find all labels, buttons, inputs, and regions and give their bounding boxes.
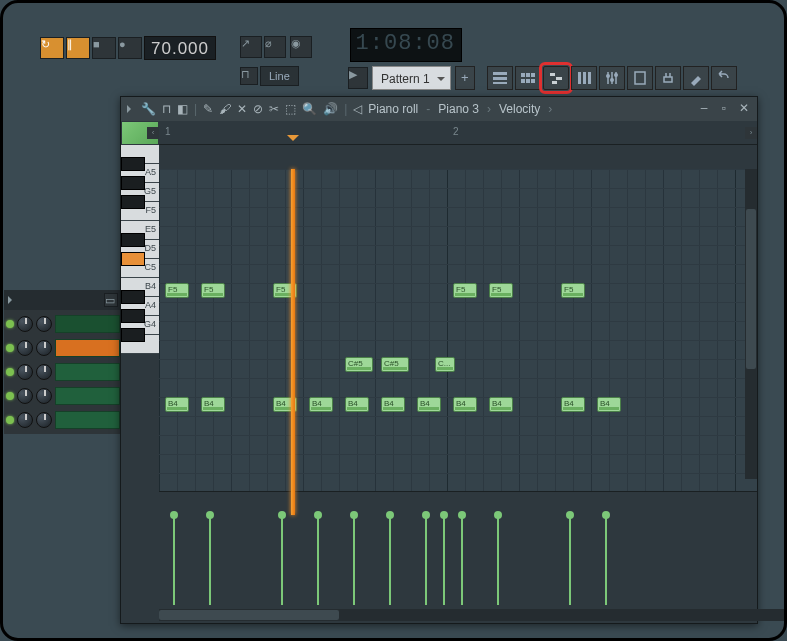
pattern-play-button[interactable]: ▶	[348, 67, 368, 89]
midi-note[interactable]: F5	[165, 283, 189, 298]
folder-icon[interactable]: ▭	[104, 293, 118, 307]
midi-note[interactable]: B4	[489, 397, 513, 412]
midi-note[interactable]: B4	[309, 397, 333, 412]
speaker-icon[interactable]: ◁	[353, 102, 362, 116]
midi-note[interactable]: F5	[453, 283, 477, 298]
loop-button[interactable]: ◉	[290, 36, 312, 58]
pan-knob[interactable]	[17, 340, 33, 356]
link-button[interactable]: ⌀	[264, 36, 286, 58]
magnet-icon[interactable]: ⊓	[162, 102, 171, 116]
midi-note[interactable]: F5	[201, 283, 225, 298]
channel-row[interactable]	[6, 408, 120, 432]
tool-a-button[interactable]: ↗	[240, 36, 262, 58]
midi-note[interactable]: B4	[597, 397, 621, 412]
piano-key[interactable]	[121, 328, 145, 342]
piano-roll-titlebar[interactable]: 🔧 ⊓ ◧ | ✎ 🖌 ✕ ⊘ ✂ ⬚ 🔍 🔊 | ◁ Piano roll -…	[121, 97, 757, 121]
note-grid[interactable]: F5F5F5F5F5F5C#5C#5C...B4B4B4B4B4B4B4B4B4…	[159, 169, 757, 515]
pattern-selector[interactable]: Pattern 1	[372, 66, 451, 90]
maximize-button[interactable]: ▫	[717, 102, 731, 116]
minimize-button[interactable]: –	[697, 102, 711, 116]
piano-key[interactable]	[121, 233, 145, 247]
channel-row[interactable]	[6, 312, 120, 336]
play-icon[interactable]: 🔊	[323, 102, 338, 116]
channel-slot[interactable]	[55, 411, 120, 429]
velocity-handle[interactable]	[209, 515, 211, 605]
expand-icon[interactable]	[8, 296, 16, 304]
channel-slot[interactable]	[55, 387, 120, 405]
select-icon[interactable]: ⬚	[285, 102, 296, 116]
playlist-button[interactable]	[487, 66, 513, 90]
mixer-button[interactable]	[599, 66, 625, 90]
pan-knob[interactable]	[17, 316, 33, 332]
pattern-add-button[interactable]: +	[455, 66, 475, 90]
tool-button[interactable]	[683, 66, 709, 90]
pause-button[interactable]: ∥	[66, 37, 90, 59]
velocity-handle[interactable]	[317, 515, 319, 605]
vol-knob[interactable]	[36, 388, 52, 404]
midi-note[interactable]: F5	[561, 283, 585, 298]
channel-led[interactable]	[6, 368, 14, 376]
vol-knob[interactable]	[36, 412, 52, 428]
pan-knob[interactable]	[17, 412, 33, 428]
velocity-handle[interactable]	[497, 515, 499, 605]
channel-led[interactable]	[6, 344, 14, 352]
piano-key[interactable]	[121, 252, 145, 266]
wrench-icon[interactable]: 🔧	[141, 102, 156, 116]
sync-button[interactable]: ↻	[40, 37, 64, 59]
channel-row[interactable]	[6, 384, 120, 408]
velocity-handle[interactable]	[353, 515, 355, 605]
stamp-icon[interactable]: ◧	[177, 102, 188, 116]
vol-knob[interactable]	[36, 316, 52, 332]
midi-note[interactable]: B4	[381, 397, 405, 412]
pan-knob[interactable]	[17, 388, 33, 404]
stepseq-button[interactable]	[515, 66, 541, 90]
channel-slot[interactable]	[55, 339, 120, 357]
midi-note[interactable]: B4	[561, 397, 585, 412]
tempo-display[interactable]: 70.000	[144, 36, 216, 60]
vertical-scrollbar[interactable]	[745, 169, 757, 479]
velocity-handle[interactable]	[605, 515, 607, 605]
scrollbar-thumb[interactable]	[746, 209, 756, 369]
velocity-editor[interactable]	[159, 491, 757, 609]
scroll-right-button[interactable]: ›	[745, 127, 757, 139]
velocity-handle[interactable]	[569, 515, 571, 605]
velocity-handle[interactable]	[173, 515, 175, 605]
draw-icon[interactable]: ✎	[203, 102, 213, 116]
channelrack-button[interactable]	[571, 66, 597, 90]
velocity-handle[interactable]	[461, 515, 463, 605]
property-name[interactable]: Velocity	[499, 102, 540, 116]
channel-slot[interactable]	[55, 363, 120, 381]
vol-knob[interactable]	[36, 364, 52, 380]
vol-knob[interactable]	[36, 340, 52, 356]
channel-led[interactable]	[6, 416, 14, 424]
midi-note[interactable]: C#5	[345, 357, 373, 372]
zoom-icon[interactable]: 🔍	[302, 102, 317, 116]
channel-led[interactable]	[6, 392, 14, 400]
playhead[interactable]	[291, 169, 295, 515]
record-button[interactable]: ●	[118, 37, 142, 59]
slice-icon[interactable]: ✂	[269, 102, 279, 116]
velocity-handle[interactable]	[281, 515, 283, 605]
midi-note[interactable]: B4	[453, 397, 477, 412]
erase-icon[interactable]: ✕	[237, 102, 247, 116]
scrollbar-thumb[interactable]	[159, 610, 339, 620]
pianoroll-button[interactable]	[543, 66, 569, 90]
piano-key[interactable]	[121, 309, 145, 323]
midi-note[interactable]: B4	[345, 397, 369, 412]
piano-key[interactable]	[121, 157, 145, 171]
snap-mode[interactable]: Line	[260, 66, 299, 86]
midi-note[interactable]: B4	[417, 397, 441, 412]
velocity-handle[interactable]	[425, 515, 427, 605]
velocity-handle[interactable]	[443, 515, 445, 605]
velocity-handle[interactable]	[389, 515, 391, 605]
timeline-ruler[interactable]: ‹ 1 2 ›	[159, 121, 757, 145]
mute-icon[interactable]: ⊘	[253, 102, 263, 116]
midi-note[interactable]: F5	[489, 283, 513, 298]
midi-note[interactable]: B4	[165, 397, 189, 412]
undo-button[interactable]	[711, 66, 737, 90]
time-display[interactable]: 1:08:08	[350, 28, 462, 62]
midi-note[interactable]: C#5	[381, 357, 409, 372]
scroll-left-button[interactable]: ‹	[147, 127, 159, 139]
paint-icon[interactable]: 🖌	[219, 102, 231, 116]
midi-note[interactable]: B4	[201, 397, 225, 412]
